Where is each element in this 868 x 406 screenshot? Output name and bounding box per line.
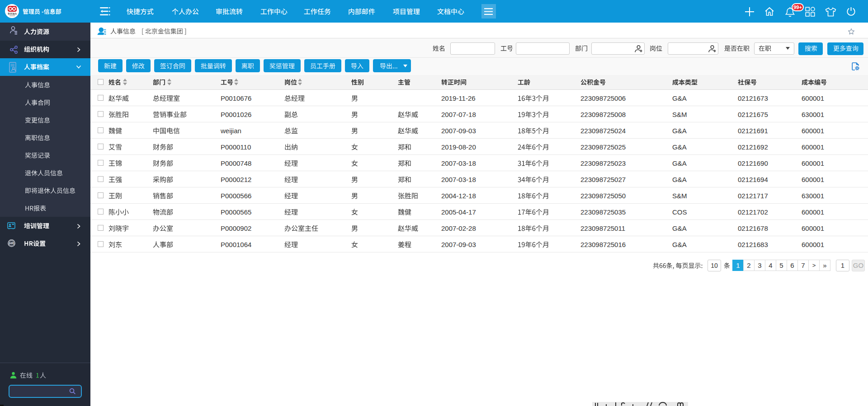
svg-text:HR: HR [9,242,14,245]
